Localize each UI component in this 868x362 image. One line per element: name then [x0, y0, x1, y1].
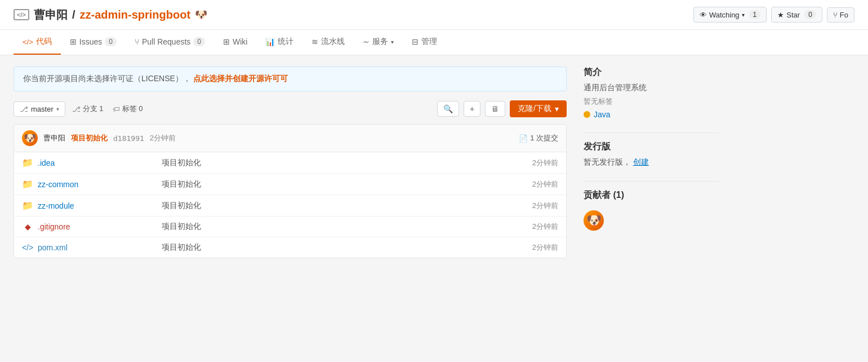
file-time-gitignore: 2分钟前 [513, 222, 558, 232]
header-actions: 👁 Watching ▾ 1 ★ Star 0 ⑂ Fo [693, 7, 854, 23]
tab-stats[interactable]: 📊 统计 [256, 30, 302, 55]
sidebar: 简介 通用后台管理系统 暂无标签 Java 发行版 暂无发行版， 创建 贡献者 … [584, 67, 719, 258]
stats-icon: 📊 [265, 37, 275, 46]
file-msg-zz-module: 项目初始化 [162, 201, 513, 211]
table-row: 📁 zz-common 项目初始化 2分钟前 [14, 174, 566, 195]
create-release-link[interactable]: 创建 [633, 157, 649, 166]
file-name-zz-common[interactable]: zz-common [38, 180, 162, 189]
services-dropdown-icon: ▾ [391, 39, 394, 45]
intro-title: 简介 [584, 67, 719, 78]
file-msg-gitignore: 项目初始化 [162, 222, 513, 232]
release-section: 发行版 暂无发行版， 创建 [584, 141, 719, 167]
tab-pipeline[interactable]: ≋ 流水线 [302, 30, 354, 55]
tags-info[interactable]: 🏷 标签 0 [113, 104, 143, 114]
gitignore-icon: ◆ [22, 222, 33, 231]
pr-icon: ⑂ [135, 37, 139, 46]
eye-icon: 👁 [700, 11, 707, 19]
file-name-zz-module[interactable]: zz-module [38, 201, 162, 210]
table-row: ◆ .gitignore 项目初始化 2分钟前 [14, 217, 566, 237]
branch-dropdown-icon: ▾ [56, 106, 59, 112]
pom-icon: </> [22, 243, 33, 252]
file-msg-zz-common: 项目初始化 [162, 179, 513, 189]
branches-info[interactable]: ⎇ 分支 1 [72, 104, 104, 114]
file-name-gitignore[interactable]: .gitignore [38, 222, 162, 231]
clone-dropdown-icon: ▾ [555, 104, 559, 113]
branch-name: master [31, 105, 54, 113]
services-icon: ∼ [363, 37, 370, 46]
add-button[interactable]: + [464, 101, 480, 117]
intro-section: 简介 通用后台管理系统 暂无标签 Java [584, 67, 719, 119]
contributors-section: 贡献者 (1) 🐶 [584, 189, 719, 231]
file-time-zz-common: 2分钟前 [513, 179, 558, 189]
commit-info: 🐶 曹申阳 项目初始化 d181991 2分钟前 📄 1 次提交 [14, 124, 567, 152]
file-msg-pom: 项目初始化 [162, 242, 513, 253]
plus-icon: + [470, 104, 474, 113]
file-time-pom: 2分钟前 [513, 242, 558, 253]
commit-count[interactable]: 📄 1 次提交 [519, 133, 558, 143]
notice-text: 你当前开源项目尚未选择许可证（LICENSE）， [23, 74, 191, 83]
dropdown-icon: ▾ [742, 12, 745, 18]
nav-tabs: </> 代码 ⊞ Issues 0 ⑂ Pull Requests 0 ⊞ Wi… [0, 30, 868, 55]
language-dot [584, 111, 590, 118]
star-button[interactable]: ★ Star 0 [771, 7, 822, 23]
repo-description: 通用后台管理系统 [584, 83, 719, 93]
tab-services[interactable]: ∼ 服务 ▾ [354, 30, 403, 55]
profile-icon: 🐶 [195, 8, 207, 21]
commit-time: 2分钟前 [150, 133, 176, 143]
sidebar-divider-1 [584, 133, 719, 133]
branch-bar-actions: 🔍 + 🖥 克隆/下载 ▾ [437, 100, 567, 117]
branch-info: ⎇ 分支 1 🏷 标签 0 [72, 104, 143, 114]
notice-link[interactable]: 点此选择并创建开源许可可 [193, 74, 288, 83]
tab-admin[interactable]: ⊟ 管理 [403, 30, 446, 55]
clone-label: 克隆/下载 [518, 104, 551, 114]
release-info: 暂无发行版， 创建 [584, 157, 719, 167]
commit-hash[interactable]: d181991 [113, 134, 144, 143]
clone-button[interactable]: 克隆/下载 ▾ [510, 100, 567, 117]
table-row: 📁 .idea 项目初始化 2分钟前 [14, 152, 566, 174]
file-name-idea[interactable]: .idea [38, 158, 162, 167]
notice-bar: 你当前开源项目尚未选择许可证（LICENSE）， 点此选择并创建开源许可可 [14, 67, 567, 91]
file-table: 📁 .idea 项目初始化 2分钟前 📁 zz-common 项目初始化 2分钟… [14, 152, 567, 258]
contributor-avatar[interactable]: 🐶 [584, 210, 604, 231]
tab-pull-requests[interactable]: ⑂ Pull Requests 0 [126, 30, 214, 54]
commit-avatar: 🐶 [22, 130, 38, 146]
commit-message[interactable]: 项目初始化 [71, 133, 108, 143]
repo-icon: </> [14, 9, 29, 20]
table-row: </> pom.xml 项目初始化 2分钟前 [14, 237, 566, 258]
tab-issues[interactable]: ⊞ Issues 0 [61, 30, 126, 54]
pipeline-icon: ≋ [311, 37, 318, 46]
tags-label: 暂无标签 [584, 96, 719, 107]
desktop-icon: 🖥 [491, 104, 499, 113]
commit-count-icon: 📄 [519, 134, 528, 143]
folder-icon: 📁 [22, 200, 33, 211]
branch-icon: ⎇ [20, 105, 28, 113]
code-icon: </> [23, 38, 33, 46]
tab-code[interactable]: </> 代码 [14, 30, 61, 55]
commit-author[interactable]: 曹申阳 [43, 133, 65, 143]
watching-button[interactable]: 👁 Watching ▾ 1 [693, 7, 767, 23]
release-title: 发行版 [584, 141, 719, 153]
branch-select[interactable]: ⎇ master ▾ [14, 101, 65, 117]
repo-owner[interactable]: 曹申阳 [34, 7, 68, 23]
fork-button[interactable]: ⑂ Fo [827, 7, 854, 23]
file-time-idea: 2分钟前 [513, 158, 558, 168]
file-msg-idea: 项目初始化 [162, 158, 513, 168]
wiki-icon: ⊞ [223, 37, 230, 46]
star-icon: ★ [777, 11, 784, 19]
desktop-button[interactable]: 🖥 [485, 101, 505, 117]
search-icon: 🔍 [443, 104, 453, 113]
folder-icon: 📁 [22, 179, 33, 189]
issues-icon: ⊞ [70, 37, 77, 46]
repo-title: </> 曹申阳 / zz-admin-springboot 🐶 [14, 7, 207, 23]
branch-bar: ⎇ master ▾ ⎇ 分支 1 🏷 标签 0 🔍 [14, 100, 567, 117]
contributors-title: 贡献者 (1) [584, 189, 719, 201]
search-button[interactable]: 🔍 [437, 101, 459, 117]
language-info: Java [584, 110, 719, 119]
admin-icon: ⊟ [412, 37, 419, 46]
file-time-zz-module: 2分钟前 [513, 201, 558, 211]
tab-wiki[interactable]: ⊞ Wiki [214, 30, 256, 54]
folder-icon: 📁 [22, 157, 33, 168]
repo-name[interactable]: zz-admin-springboot [79, 8, 190, 21]
language-label[interactable]: Java [594, 110, 611, 119]
file-name-pom[interactable]: pom.xml [38, 243, 162, 252]
